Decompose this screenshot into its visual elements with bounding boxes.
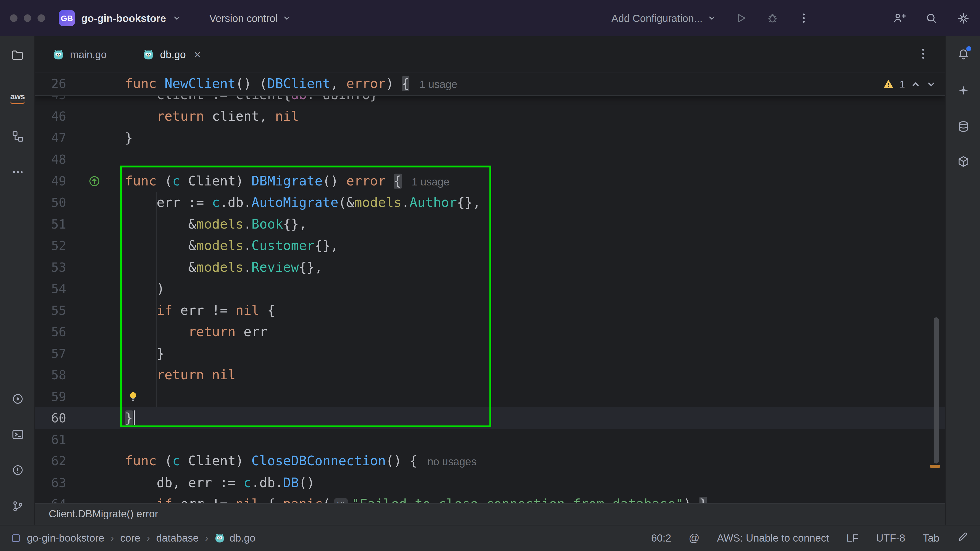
ai-status-icon[interactable]: @ [689,532,700,545]
code-token: err [235,324,267,339]
version-control-tool-button[interactable] [0,496,35,516]
implements-gutter-icon[interactable] [89,175,100,186]
vcs-widget[interactable]: Version control [209,0,291,36]
code-line[interactable]: 61 [35,429,945,450]
ai-assistant-button[interactable] [945,81,980,100]
breadcrumb-item: db.go [230,532,256,545]
project-name: go-gin-bookstore [81,12,166,24]
caret-position-widget[interactable]: 60:2 [651,532,671,545]
code-token: NewClient [165,76,236,91]
code-line[interactable]: 49func (c Client) DBMigrate() error {1 u… [35,170,945,192]
project-widget[interactable]: GB go-gin-bookstore [59,0,181,36]
code-line[interactable]: 48 [35,149,945,170]
code-line[interactable]: 53 &models.Review{}, [35,256,945,278]
terminal-tool-button[interactable] [0,424,35,444]
warning-icon [883,79,894,89]
code-token: .db. [220,195,251,210]
code-token: func [125,76,157,91]
line-separator-widget[interactable]: LF [846,532,859,545]
aws-connection-widget[interactable]: AWS: Unable to connect [717,532,829,545]
code-line[interactable]: 60} [35,407,945,429]
more-actions-button[interactable] [797,12,810,24]
code-line[interactable]: 54 ) [35,278,945,300]
project-glyph-icon [11,534,21,543]
line-number: 47 [35,127,66,148]
code-token: nil [212,367,235,383]
traffic-light-minimize[interactable] [24,14,31,22]
traffic-light-close[interactable] [10,14,18,22]
code-text: } [125,343,165,364]
tab-db-go[interactable]: db.go × [134,36,210,73]
problems-tool-button[interactable] [0,460,35,480]
code-token: {}, [457,195,480,210]
indent-widget[interactable]: Tab [923,532,939,545]
usage-hint[interactable]: 1 usage [420,79,457,91]
code-token [125,324,188,339]
notifications-button[interactable] [945,45,980,65]
code-token: . [243,238,251,253]
code-line[interactable]: 55 if err != nil { [35,300,945,321]
code-line[interactable]: 64 if err != nil { panic(v:"Failed to cl… [35,494,945,503]
code-token: {}, [299,260,323,275]
code-text: err := c.db.AutoMigrate(&models.Author{}… [125,192,480,213]
dependencies-tool-button[interactable] [945,151,980,171]
run-button[interactable] [735,12,748,24]
code-token [125,303,157,318]
services-tool-button[interactable] [0,389,35,408]
encoding-widget[interactable]: UTF-8 [876,532,905,545]
code-line[interactable]: 51 &models.Book{}, [35,213,945,235]
code-token: ) [683,497,699,503]
debug-button[interactable] [766,12,779,24]
more-tool-windows-button[interactable] [0,162,35,182]
code-line[interactable]: 46 return client, nil [35,106,945,127]
more-vertical-icon [916,47,930,61]
code-token: {}, [315,238,339,253]
breadcrumb-item[interactable]: go-gin-bookstore [27,532,104,545]
breadcrumb-item[interactable]: database [156,532,199,545]
close-icon[interactable]: × [194,48,201,60]
code-line[interactable]: 62func (c Client) CloseDBConnection() {n… [35,451,945,472]
usage-hint[interactable]: 1 usage [412,176,449,188]
gear-icon [957,11,970,24]
code-line[interactable]: 56 return err [35,321,945,343]
breadcrumb-separator: › [146,532,150,545]
go-file-icon [142,48,154,60]
tab-main-go[interactable]: main.go [44,36,115,73]
code-line[interactable]: 57 } [35,343,945,364]
usage-hint[interactable]: no usages [428,456,476,468]
chevron-up-icon[interactable] [911,79,921,89]
project-tool-button[interactable] [0,45,35,65]
warning-stripe-mark[interactable] [930,465,940,468]
code-with-me-button[interactable] [892,11,906,25]
breadcrumb-file[interactable]: db.go [215,532,256,545]
run-configuration-selector[interactable]: Add Configuration... [611,12,716,24]
code-text: } [125,407,135,429]
code-line[interactable]: 58 return nil [35,364,945,386]
code-line[interactable]: 63 db, err := c.db.DB() [35,472,945,493]
settings-button[interactable] [957,11,970,24]
inspections-widget[interactable]: 1 [883,73,936,95]
code-area[interactable]: 45 client := Client{db: dbInfo}46 return… [35,73,945,503]
tab-options-button[interactable] [916,47,930,63]
intention-bulb-icon[interactable] [127,391,139,402]
code-line[interactable]: 59 [35,386,945,407]
aws-toolkit-button[interactable]: aws [0,88,35,108]
code-token: client, [204,109,275,124]
code-line[interactable]: 47} [35,127,945,148]
search-everywhere-button[interactable] [925,11,938,24]
code-token: Author [410,195,457,210]
editor-scrollbar[interactable] [934,318,939,464]
sticky-header-line[interactable]: 26 func NewClient() (DBClient, error) {1… [35,73,945,96]
services-icon [11,392,24,405]
traffic-light-zoom[interactable] [38,14,45,22]
readonly-toggle[interactable] [957,531,969,545]
structure-tool-button[interactable] [0,126,35,146]
code-line[interactable]: 52 &models.Customer{}, [35,235,945,256]
code-token: . [243,217,251,232]
code-line[interactable]: 50 err := c.db.AutoMigrate(&models.Autho… [35,192,945,213]
breadcrumb-item[interactable]: core [120,532,140,545]
context-info-text: Client.DBMigrate() error [49,508,158,519]
database-tool-button[interactable] [945,116,980,136]
chevron-down-icon[interactable] [926,79,936,89]
ide-window: GB go-gin-bookstore Version control Add … [0,0,980,551]
